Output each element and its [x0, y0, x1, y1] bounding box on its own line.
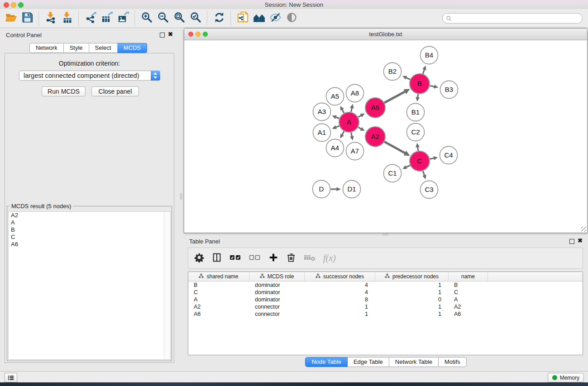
- table-cell[interactable]: 0: [375, 296, 449, 303]
- column-header-predecessor-nodes[interactable]: predecessor nodes: [375, 272, 449, 281]
- table-cell[interactable]: 1: [305, 311, 375, 317]
- settings-gear-icon: [194, 253, 204, 264]
- show-panel-button[interactable]: [283, 10, 300, 27]
- zoom-out-button[interactable]: [155, 10, 171, 27]
- import-network-button[interactable]: [43, 10, 59, 27]
- table-cell[interactable]: connector: [249, 311, 305, 317]
- table-cell[interactable]: 1: [375, 311, 449, 317]
- run-mcds-button[interactable]: Run MCDS: [42, 86, 86, 96]
- table-cell[interactable]: 1: [375, 289, 449, 295]
- tab-mcds[interactable]: MCDS: [118, 43, 147, 53]
- result-scrollbar[interactable]: [164, 212, 170, 359]
- export-table-icon: [101, 11, 113, 25]
- export-table-button[interactable]: [99, 10, 115, 27]
- refresh-layout-button[interactable]: [211, 10, 227, 27]
- tab-network-table[interactable]: Network Table: [389, 357, 439, 367]
- table-cell[interactable]: 8: [305, 296, 375, 303]
- column-header-successor-nodes[interactable]: successor nodes: [305, 272, 375, 281]
- table-cell[interactable]: A2: [449, 304, 488, 310]
- table-close-icon[interactable]: ✖: [578, 238, 583, 243]
- table-cell[interactable]: B: [449, 282, 488, 288]
- zoom-selected-icon: [190, 11, 202, 25]
- settings-gear-button[interactable]: [194, 253, 204, 264]
- table-cell[interactable]: C: [449, 289, 488, 295]
- tab-edge-table[interactable]: Edge Table: [348, 357, 389, 367]
- tab-network[interactable]: Network: [29, 43, 64, 53]
- close-panel-icon[interactable]: ✖: [168, 32, 173, 37]
- delete-table-button[interactable]: [304, 253, 316, 264]
- task-history-button[interactable]: [5, 373, 17, 382]
- zoom-fit-button[interactable]: [171, 10, 187, 27]
- float-panel-icon[interactable]: [160, 33, 165, 38]
- export-network-button[interactable]: [82, 10, 99, 27]
- home-view-button[interactable]: [251, 10, 267, 27]
- mcds-result-item[interactable]: C: [9, 234, 170, 241]
- mcds-result-item[interactable]: A: [9, 219, 170, 226]
- node-table-header: shared nameMCDS rolesuccessor nodesprede…: [188, 272, 583, 281]
- save-session-button[interactable]: [19, 10, 35, 27]
- tab-select[interactable]: Select: [89, 43, 118, 53]
- optimization-criterion-dropdown[interactable]: largest connected component (directed): [19, 71, 160, 81]
- table-row[interactable]: A6connector11A6: [188, 310, 583, 318]
- status-bar: Memory: [0, 371, 588, 382]
- memory-button[interactable]: Memory: [548, 373, 584, 382]
- network-window-titlebar[interactable]: testGlobe.txt: [184, 29, 587, 40]
- table-cell[interactable]: dominator: [249, 282, 305, 288]
- table-cell[interactable]: 1: [375, 282, 449, 288]
- edge-arrowhead: [350, 136, 354, 140]
- mcds-result-item[interactable]: A6: [9, 241, 170, 248]
- table-float-icon[interactable]: [569, 239, 574, 244]
- import-table-button[interactable]: [59, 10, 75, 27]
- edge-A6-B[interactable]: [384, 91, 406, 103]
- tab-node-table[interactable]: Node Table: [305, 357, 348, 367]
- table-cell[interactable]: C: [188, 289, 249, 295]
- deselect-all-checks-button[interactable]: [249, 253, 261, 264]
- select-all-checks-icon: [229, 253, 241, 264]
- table-cell[interactable]: 1: [305, 304, 375, 310]
- select-all-checks-button[interactable]: [229, 253, 241, 264]
- table-cell[interactable]: A: [188, 296, 249, 303]
- table-cell[interactable]: connector: [249, 304, 305, 310]
- zoom-selected-button[interactable]: [187, 10, 204, 27]
- table-cell[interactable]: dominator: [249, 296, 305, 303]
- table-cell[interactable]: 4: [305, 289, 375, 295]
- table-cell[interactable]: dominator: [249, 289, 305, 295]
- export-image-button[interactable]: [115, 10, 131, 27]
- add-column-button[interactable]: [268, 253, 278, 264]
- import-network-icon: [45, 11, 57, 25]
- tab-style[interactable]: Style: [64, 43, 89, 53]
- table-cell[interactable]: A6: [449, 311, 488, 317]
- graph-node-label: A1: [318, 129, 326, 136]
- open-session-button[interactable]: [3, 10, 19, 27]
- table-cell[interactable]: B: [188, 282, 249, 288]
- table-cell[interactable]: 1: [375, 304, 449, 310]
- show-columns-button[interactable]: [212, 253, 222, 264]
- zoom-in-button[interactable]: [139, 10, 155, 27]
- column-header-MCDS-role[interactable]: MCDS role: [249, 272, 305, 281]
- edge-A2-C[interactable]: [384, 142, 406, 153]
- function-builder-button[interactable]: f(x): [323, 253, 336, 263]
- window-resize-grip[interactable]: [581, 227, 586, 232]
- table-row[interactable]: Cdominator41C: [188, 289, 583, 296]
- tab-motifs[interactable]: Motifs: [439, 357, 467, 367]
- table-row[interactable]: A2connector11A2: [188, 303, 583, 310]
- column-header-name[interactable]: name: [449, 272, 488, 281]
- delete-column-button[interactable]: [286, 253, 296, 264]
- hide-panel-button[interactable]: [267, 10, 283, 27]
- session-details-button[interactable]: [234, 10, 251, 27]
- table-cell[interactable]: A6: [188, 311, 249, 317]
- table-row[interactable]: Bdominator41B: [188, 281, 583, 289]
- mcds-result-item[interactable]: B: [9, 226, 170, 234]
- column-header-shared-name[interactable]: shared name: [188, 272, 249, 281]
- mcds-result-item[interactable]: A2: [9, 212, 170, 219]
- table-cell[interactable]: 4: [305, 282, 375, 288]
- table-cell[interactable]: A2: [188, 304, 249, 310]
- network-canvas[interactable]: B4B2BB3B1C2A5A8A6A3AA1A2A4A7CC4C1C3DD1: [184, 40, 587, 233]
- table-cell[interactable]: A: [449, 296, 488, 303]
- vertical-splitter-handle[interactable]: [180, 193, 182, 200]
- search-field[interactable]: [442, 13, 583, 24]
- table-row[interactable]: Adominator80A: [188, 296, 583, 303]
- search-input[interactable]: [452, 15, 579, 22]
- close-panel-button[interactable]: Close panel: [91, 86, 139, 96]
- mcds-result-list[interactable]: A2ABCA6: [8, 211, 171, 360]
